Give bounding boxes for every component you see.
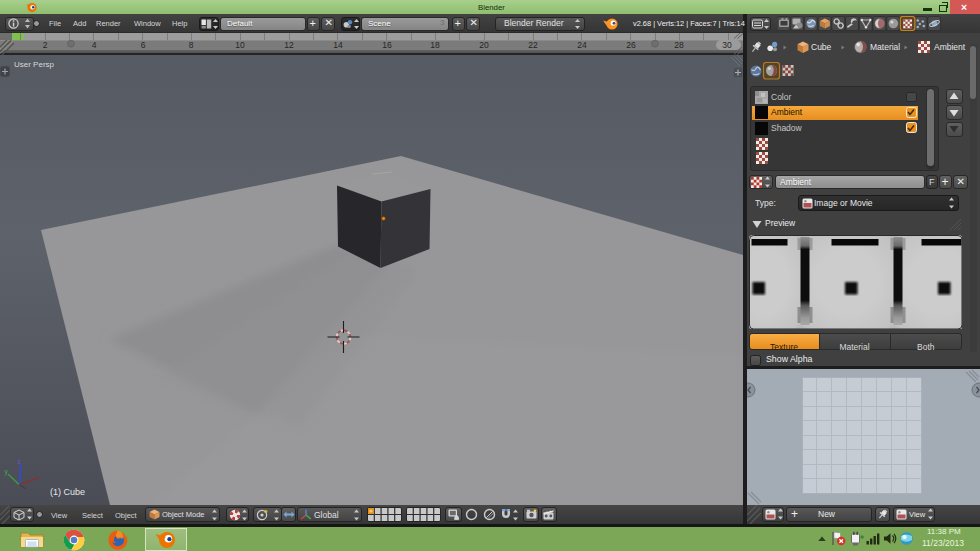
svg-text:Material: Material — [870, 42, 900, 52]
svg-text:20: 20 — [479, 40, 489, 50]
svg-text:6: 6 — [141, 40, 146, 50]
svg-text:24: 24 — [577, 40, 587, 50]
svg-text:8: 8 — [189, 40, 194, 50]
svg-text:Ambient: Ambient — [934, 42, 966, 52]
svg-text:12: 12 — [284, 40, 294, 50]
svg-text:4: 4 — [92, 40, 97, 50]
svg-text:10: 10 — [235, 40, 245, 50]
svg-text:Cube: Cube — [811, 42, 832, 52]
svg-text:z: z — [18, 458, 21, 465]
svg-text:18: 18 — [430, 40, 440, 50]
svg-text:22: 22 — [528, 40, 538, 50]
svg-text:16: 16 — [382, 40, 392, 50]
svg-text:14: 14 — [333, 40, 343, 50]
svg-text:2: 2 — [43, 40, 48, 50]
svg-text:28: 28 — [674, 40, 684, 50]
svg-text:26: 26 — [626, 40, 636, 50]
svg-text:30: 30 — [722, 40, 732, 50]
